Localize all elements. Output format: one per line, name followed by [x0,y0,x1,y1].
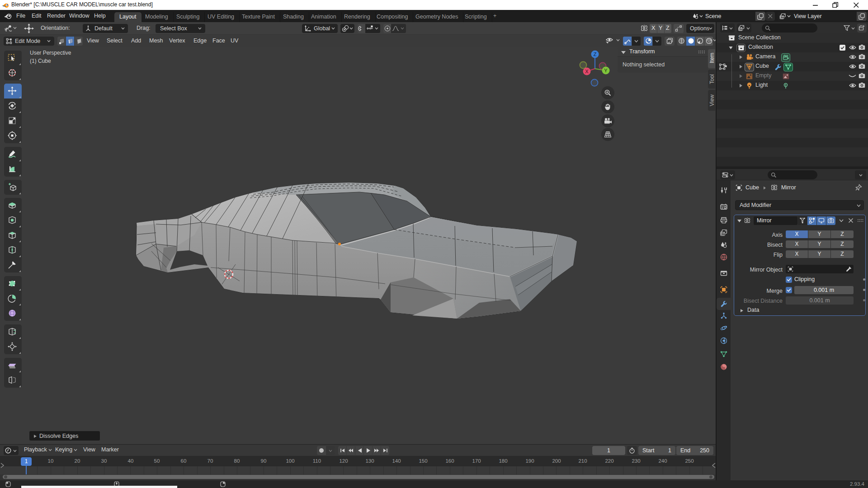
svg-text:Y: Y [604,68,608,73]
svg-text:X: X [585,69,589,74]
svg-text:Z: Z [594,52,597,57]
